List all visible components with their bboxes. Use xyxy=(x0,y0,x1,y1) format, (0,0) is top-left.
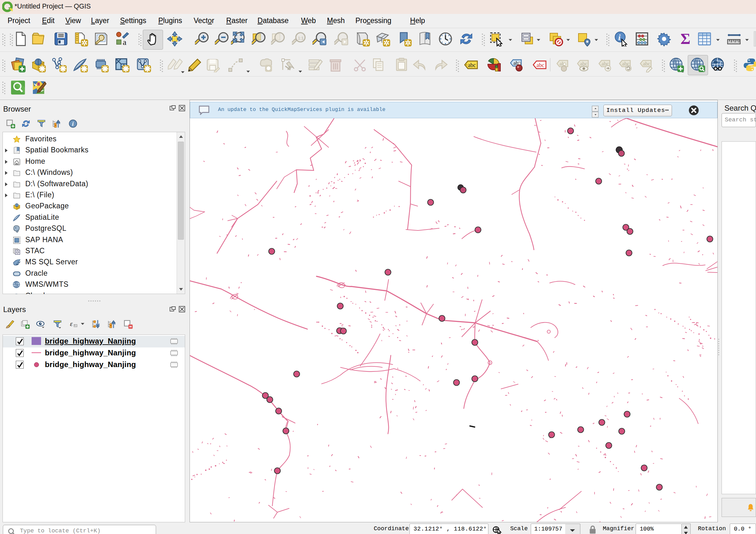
svg-text:abc: abc xyxy=(468,62,476,68)
svg-text:1:1: 1:1 xyxy=(298,36,304,41)
svg-text:Σ: Σ xyxy=(681,31,690,46)
svg-text:abc: abc xyxy=(580,61,588,67)
svg-text:i: i xyxy=(618,33,621,42)
svg-text:a: a xyxy=(122,38,126,46)
svg-text:ε: ε xyxy=(70,320,73,327)
svg-text:abc: abc xyxy=(643,61,651,67)
svg-text:abc: abc xyxy=(536,62,544,68)
svg-text:i: i xyxy=(72,121,74,127)
